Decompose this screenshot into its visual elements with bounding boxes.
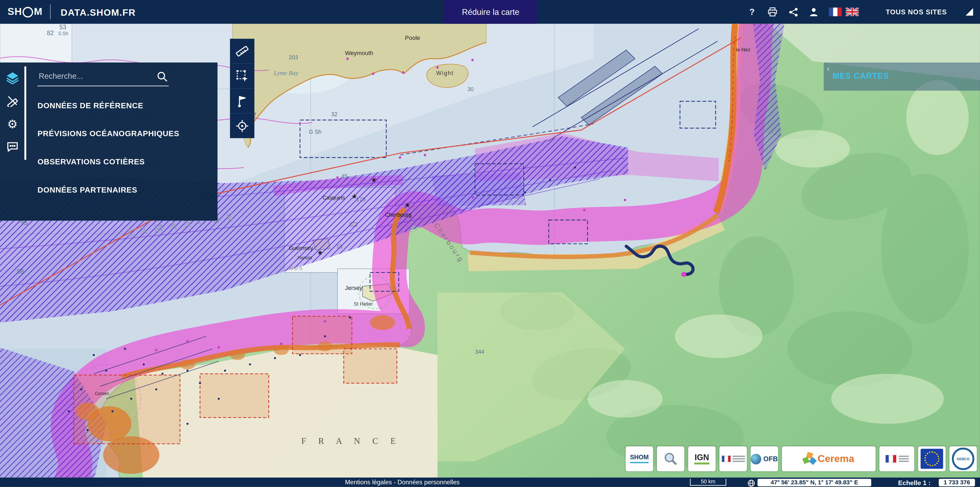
map-label-nds: NDS xyxy=(290,266,304,271)
logo-republique-francaise[interactable] xyxy=(880,446,915,471)
logo-magnifier[interactable] xyxy=(657,446,684,471)
depth: 98 xyxy=(17,268,24,275)
measure-distance-button[interactable] xyxy=(230,39,255,64)
route-button[interactable] xyxy=(230,89,255,114)
flag-uk-icon[interactable] xyxy=(846,8,859,16)
globe-icon xyxy=(748,478,755,487)
menu-donnees-partenaires[interactable]: DONNÉES PARTENAIRES xyxy=(38,186,137,194)
select-area-button[interactable] xyxy=(230,64,255,89)
logo-shom[interactable]: SHOM xyxy=(625,446,653,471)
depth: G Sh xyxy=(309,129,321,135)
user-icon[interactable] xyxy=(808,6,819,18)
depth: 203 xyxy=(289,54,298,60)
depth: S.Sh xyxy=(58,31,68,36)
menu-donnees-reference[interactable]: DONNÉES DE RÉFÉRENCE xyxy=(38,101,143,110)
geolocate-button[interactable] xyxy=(230,114,255,138)
top-bar: SHM DATA.SHOM.FR Réduire la carte ? xyxy=(0,0,980,24)
map-label-jersey: Jersey xyxy=(345,285,363,291)
help-icon[interactable]: ? xyxy=(746,6,758,18)
mes-cartes-title: MES CARTES xyxy=(832,71,889,81)
collapse-chevron-icon[interactable]: ‹ xyxy=(827,64,829,73)
flag-fr-icon[interactable] xyxy=(829,8,842,16)
country-label: F R A N C E xyxy=(301,436,401,446)
partner-logos: SHOM IGN OFB Cerema xyxy=(625,446,977,472)
icon-rail: ⚙ xyxy=(0,62,24,221)
depth: 344 xyxy=(475,349,485,355)
map-label-cherbourg: Cherbourg xyxy=(385,212,412,218)
scale-label: Echelle 1 : xyxy=(898,479,931,486)
language-switch xyxy=(829,8,859,16)
depth: 53 xyxy=(59,24,66,30)
scale-bar: 50 km xyxy=(690,479,726,486)
logo-ue[interactable] xyxy=(918,446,945,471)
map-label-lyme-bay: Lyme Bay xyxy=(274,69,298,76)
logo-gebco[interactable]: GEBCO xyxy=(950,446,977,471)
depth: 173 xyxy=(356,196,366,202)
settings-gear-icon[interactable]: ⚙ xyxy=(5,116,20,131)
map-toolbar xyxy=(230,39,255,138)
header-actions: ? xyxy=(746,0,974,24)
menu-previsions-oceano[interactable]: PRÉVISIONS OCÉANOGRAPHIQUES xyxy=(38,129,179,138)
data-shom-app: L A M A N C H E F R A N C E Weymouth Poo… xyxy=(0,0,980,487)
map-label-casquets: Casquets xyxy=(323,195,345,201)
map-label-guernsey: Guernsey xyxy=(289,245,313,251)
map-label-gris-nez: is-Nez xyxy=(736,47,750,53)
map-label-wight: Wight xyxy=(436,70,454,76)
map-label-poole: Poole xyxy=(405,35,420,41)
cursor-coordinates: 47° 56' 23.85" N, 1° 17' 49.83" E xyxy=(757,479,871,486)
logo-cerema[interactable]: Cerema xyxy=(782,446,876,471)
logo-ofb[interactable]: OFB xyxy=(751,446,778,471)
logo-ministere[interactable] xyxy=(719,446,747,471)
map-label-corsen: Corsen xyxy=(95,391,109,396)
layers-panel: ⚙ DONNÉES DE RÉFÉRENCE PRÉVISIONS OCÉANO… xyxy=(0,62,218,221)
sites-triangle-icon[interactable] xyxy=(965,8,974,16)
depth: 82 xyxy=(47,30,54,37)
layers-icon[interactable] xyxy=(5,70,20,85)
depth: 45 xyxy=(341,173,348,179)
reduce-map-button[interactable]: Réduire la carte xyxy=(444,0,538,24)
shom-logo[interactable]: SHM xyxy=(8,6,43,18)
map-label-weymouth: Weymouth xyxy=(345,50,373,56)
status-bar: Mentions légales - Données personnelles … xyxy=(0,477,980,487)
print-icon[interactable] xyxy=(767,6,778,18)
search-icon[interactable] xyxy=(157,71,167,84)
draw-tools-icon[interactable] xyxy=(5,93,20,108)
legal-links[interactable]: Mentions légales - Données personnelles xyxy=(345,479,460,486)
depth: 30 xyxy=(468,86,474,92)
search-box xyxy=(38,70,169,86)
scale-value[interactable]: 1 733 376 xyxy=(939,479,975,486)
depth: 32 xyxy=(331,111,338,117)
share-icon[interactable] xyxy=(788,6,799,18)
feedback-chat-icon[interactable] xyxy=(5,139,20,154)
logo-ring xyxy=(22,6,33,17)
mes-cartes-panel[interactable]: ‹ MES CARTES xyxy=(824,62,980,91)
logo-ign[interactable]: IGN xyxy=(688,446,715,471)
menu-observations-cotieres[interactable]: OBSERVATIONS COTIÈRES xyxy=(38,158,145,166)
map-label-hanois: Hanois xyxy=(298,255,312,260)
map-label-st-helier: St Helier xyxy=(354,301,373,307)
header-separator xyxy=(50,4,51,19)
site-title: DATA.SHOM.FR xyxy=(60,6,136,17)
tous-nos-sites-link[interactable]: TOUS NOS SITES xyxy=(886,8,947,16)
search-input[interactable] xyxy=(38,71,153,81)
rail-divider xyxy=(24,66,26,160)
